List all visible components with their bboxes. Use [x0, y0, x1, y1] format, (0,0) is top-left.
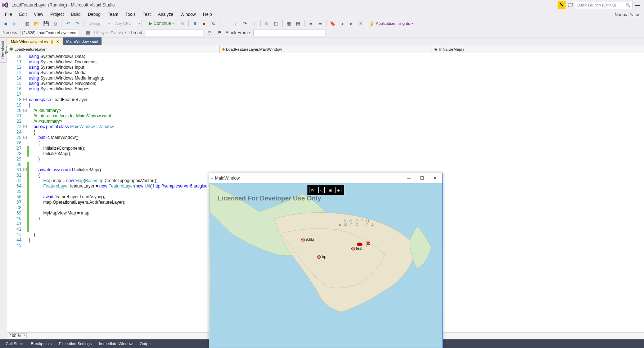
map-feature-fire[interactable]: [357, 243, 362, 246]
redo-icon[interactable]: ↷: [73, 19, 81, 27]
restart-icon[interactable]: ↻: [210, 19, 217, 27]
menu-file[interactable]: File: [1, 10, 15, 18]
continue-button[interactable]: ▶ Continue ▾: [146, 19, 177, 27]
bottom-tab-output[interactable]: Output: [137, 340, 154, 347]
csharp-icon: ⬢: [9, 47, 13, 51]
open-icon[interactable]: 📂: [33, 19, 41, 27]
run-window-title: MainWindow: [215, 176, 240, 181]
menubar: FileEditViewProjectBuildDebugTeamToolsTe…: [0, 10, 644, 19]
lock-icon: 🔒: [50, 40, 54, 44]
menu-tools[interactable]: Tools: [122, 10, 139, 18]
map-flag-icon[interactable]: [366, 241, 371, 247]
platform-combo: Any CPU: [113, 20, 141, 27]
toggle-icon[interactable]: ⎊: [263, 19, 271, 27]
xaml-debug-toolbar[interactable]: ⇱ ▭ ▣ ◈: [307, 185, 344, 195]
app-insights-button[interactable]: 💡 Application Insights ▾: [369, 21, 413, 26]
save-icon[interactable]: 💾: [42, 19, 50, 27]
play-icon: ▶: [149, 21, 152, 26]
pause-icon[interactable]: ⏸: [191, 19, 199, 27]
select-icon[interactable]: ⬚: [272, 19, 280, 27]
class-icon: ◆: [222, 47, 225, 51]
close-icon[interactable]: ✕: [56, 40, 59, 44]
menu-view[interactable]: View: [30, 10, 47, 18]
track-focus-icon[interactable]: ◈: [335, 187, 342, 193]
feedback-icon[interactable]: [566, 1, 574, 9]
menu-edit[interactable]: Edit: [15, 10, 30, 18]
menu-analyze[interactable]: Analyze: [154, 10, 177, 18]
menu-debug[interactable]: Debug: [84, 10, 104, 18]
class-combo[interactable]: ◆ LoadFeatureLayer.MainWindow: [220, 45, 432, 53]
bottom-tab-breakpoints[interactable]: Breakpoints: [28, 340, 55, 347]
fold-toggle[interactable]: −: [23, 168, 27, 171]
goto-live-tree-icon[interactable]: ⇱: [310, 187, 316, 193]
select-element-icon[interactable]: ▭: [318, 187, 325, 193]
quick-launch-placeholder: Quick Launch (Ctrl+Q): [577, 3, 616, 7]
project-combo[interactable]: ⬢ LoadFeatureLayer: [7, 45, 220, 53]
display-layout-icon[interactable]: ▣: [327, 187, 333, 193]
window-minimize[interactable]: —: [633, 1, 642, 9]
layout2-icon[interactable]: ▤: [294, 19, 302, 27]
step-over-icon[interactable]: ↷: [241, 19, 249, 27]
running-app-window[interactable]: ▫ MainWindow — ☐ ✕ ⇱ ▭ ▣ ◈ Licensed For …: [209, 173, 443, 348]
method-icon: ◉: [434, 47, 438, 51]
signed-in-user[interactable]: Nagma Yasm: [612, 11, 643, 19]
nav-fwd-icon: ▶: [11, 19, 19, 27]
tab-mainwindow-cs[interactable]: MainWindow.xaml.cs 🔒 ✕: [7, 37, 63, 45]
bottom-tab-immediate-window[interactable]: Immediate Window: [96, 340, 136, 347]
thread-flag-icon[interactable]: ⚑: [216, 29, 224, 37]
member-combo[interactable]: ◉ InitializeMap(): [432, 45, 644, 53]
run-close[interactable]: ✕: [429, 174, 440, 182]
map-feature-bp[interactable]: bp: [317, 254, 326, 259]
process-combo[interactable]: [24628] LoadFeatureLayer.exe: [21, 29, 78, 36]
save-all-icon[interactable]: ⎙: [51, 19, 59, 27]
stackframe-combo[interactable]: [253, 29, 325, 36]
layout-icon[interactable]: ▦: [285, 19, 293, 27]
menu-window[interactable]: Window: [177, 10, 199, 18]
bottom-tab-call-stack[interactable]: Call Stack: [3, 340, 27, 347]
stop-icon[interactable]: ■: [200, 19, 208, 27]
menu-build[interactable]: Build: [67, 10, 84, 18]
window-titlebar: LoadFeatureLayer (Running) - Microsoft V…: [0, 0, 644, 10]
bookmark-prev-icon[interactable]: ◂: [338, 19, 346, 27]
bookmark-icon[interactable]: 🔖: [329, 19, 337, 27]
run-maximize[interactable]: ☐: [416, 174, 427, 182]
fold-toggle[interactable]: −: [23, 109, 27, 112]
solution-config-combo: Debug: [86, 20, 111, 27]
thread-filter-icon[interactable]: ▽: [206, 29, 213, 37]
process-label: Process:: [1, 30, 18, 35]
hot-reload-icon[interactable]: ⎋: [178, 19, 186, 27]
menu-test[interactable]: Test: [139, 10, 154, 18]
notification-flag-icon[interactable]: [558, 1, 566, 9]
menu-project[interactable]: Project: [47, 10, 67, 18]
new-project-icon[interactable]: ▥: [23, 19, 31, 27]
indent-icon[interactable]: ≡: [307, 19, 315, 27]
nav-back-icon[interactable]: ◀: [1, 19, 9, 27]
fold-toggle[interactable]: −: [23, 98, 27, 101]
live-visual-tree-tab[interactable]: Live Visual Tree: [0, 37, 6, 63]
run-minimize[interactable]: —: [404, 174, 414, 182]
thread-combo[interactable]: [146, 29, 203, 36]
quick-launch-input[interactable]: Quick Launch (Ctrl+Q) 🔍: [575, 1, 632, 9]
fold-toggle[interactable]: −: [23, 125, 27, 128]
bottom-tab-exception-settings[interactable]: Exception Settings: [56, 340, 95, 347]
show-next-icon[interactable]: →: [222, 19, 230, 27]
bookmark-next-icon[interactable]: ▸: [347, 19, 355, 27]
step-out-icon[interactable]: ↑: [250, 19, 258, 27]
fold-toggle[interactable]: −: [23, 136, 27, 139]
step-into-icon[interactable]: ↓: [231, 19, 239, 27]
lifecycle-icon[interactable]: ▦: [84, 29, 92, 37]
lightbulb-icon: 💡: [369, 21, 374, 26]
tab-mainwindow-xaml[interactable]: MainWindow.xaml: [63, 37, 102, 45]
lifecycle-label[interactable]: Lifecycle Events: [94, 31, 123, 35]
undo-icon[interactable]: ↶: [64, 19, 72, 27]
map-view[interactable]: ⇱ ▭ ▣ ◈ Licensed For Developer Use Only …: [209, 183, 442, 348]
menu-help[interactable]: Help: [199, 10, 216, 18]
debug-toolbar: Process: [24628] LoadFeatureLayer.exe ▦ …: [0, 28, 644, 37]
zoom-combo[interactable]: 100 %▾: [9, 333, 27, 338]
bookmark-clear-icon[interactable]: ✕: [357, 19, 365, 27]
run-window-titlebar[interactable]: ▫ MainWindow — ☐ ✕: [209, 173, 442, 183]
menu-team[interactable]: Team: [104, 10, 122, 18]
map-feature-test[interactable]: test: [351, 246, 362, 250]
map-feature-jkhkj[interactable]: jkhkj: [301, 237, 314, 241]
outdent-icon[interactable]: ≣: [316, 19, 324, 27]
